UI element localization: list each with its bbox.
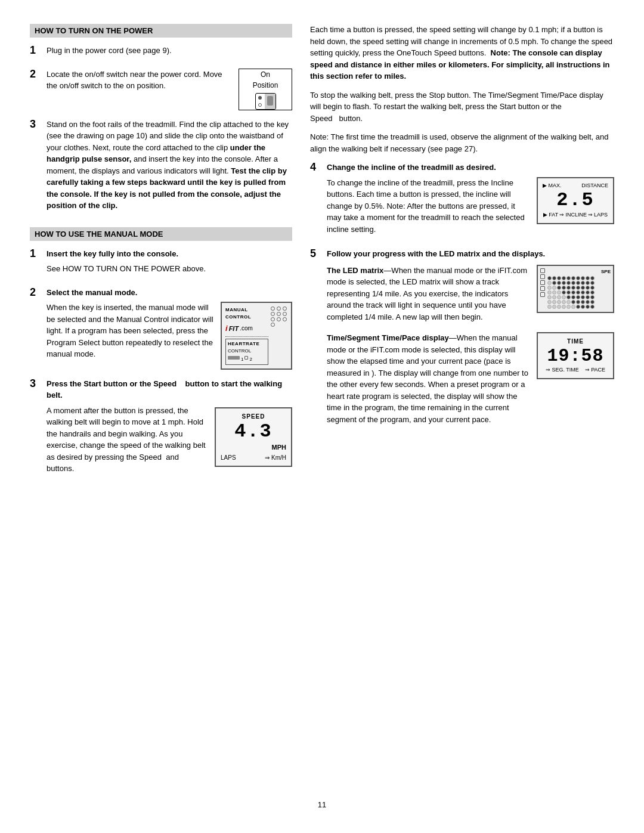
led-side-buttons	[540, 268, 545, 309]
section-manual-heading: HOW TO USE THE MANUAL MODE	[30, 227, 292, 241]
step-content-1: Plug in the power cord (see page 9).	[47, 45, 292, 60]
manual-step-3: 3 Press the Start button or the Speed bu…	[30, 378, 292, 478]
manual-step-content-3: Press the Start button or the Speed butt…	[47, 378, 292, 478]
speed-display: SPEED 4.3 MPH LAPS ⇒ Km/H	[215, 407, 292, 467]
right-column: Each time a button is pressed, the speed…	[310, 24, 614, 788]
led-btn-5	[540, 292, 545, 297]
step-power-3: 3 Stand on the foot rails of the treadmi…	[30, 119, 292, 215]
step-num-1: 1	[30, 45, 42, 57]
right-para-2: To stop the walking belt, press the Stop…	[310, 89, 614, 125]
step-content-3: Stand on the foot rails of the treadmill…	[47, 119, 292, 215]
left-column: HOW TO TURN ON THE POWER 1 Plug in the p…	[30, 24, 292, 788]
time-section: Time/Segment Time/Pace display—When the …	[327, 332, 614, 429]
step-5-num: 5	[310, 248, 322, 260]
step-4: 4 Change the incline of the treadmill as…	[310, 162, 614, 239]
manual-step-content-2: Select the manual mode. When the key is …	[47, 287, 292, 370]
time-bottom: ⇒ SEG. TIME ⇒ PACE	[543, 366, 608, 374]
step-power-1: 1 Plug in the power cord (see page 9).	[30, 45, 292, 60]
led-btn-2	[540, 274, 545, 279]
led-grid-container: SPE	[547, 268, 611, 309]
time-text: Time/Segment Time/Pace display—When the …	[327, 332, 530, 429]
incline-display: ▶ MAX. DISTANCE 2.5 ▶ FAT ⇒ INCLINE ⇒ LA…	[537, 177, 614, 224]
led-section: The LED matrix—When the manual mode or t…	[327, 265, 614, 327]
manual-step-content-1: Insert the key fully into the console. S…	[47, 248, 292, 278]
console-figure: MANUAL CONTROL iFIT.com HEARTRATE CONTRO…	[221, 302, 292, 370]
section-manual: HOW TO USE THE MANUAL MODE 1 Insert the …	[30, 227, 292, 478]
manual-step-num-1: 1	[30, 248, 42, 260]
incline-bottom: ▶ FAT ⇒ INCLINE ⇒ LAPS	[543, 211, 608, 219]
right-para-1: Each time a button is pressed, the speed…	[310, 24, 614, 82]
on-position-figure: On Position	[239, 69, 292, 110]
heartrate-box: HEARTRATE CONTROL 1 2	[225, 339, 268, 365]
right-para-3: Note: The first time the treadmill is us…	[310, 131, 614, 154]
manual-step-num-2: 2	[30, 287, 42, 299]
speed-bottom: LAPS ⇒ Km/H	[221, 453, 286, 462]
manual-step-num-3: 3	[30, 378, 42, 390]
page-number: 11	[30, 800, 614, 809]
manual-step-2: 2 Select the manual mode. When the key i…	[30, 287, 292, 370]
section-power: HOW TO TURN ON THE POWER 1 Plug in the p…	[30, 24, 292, 215]
led-matrix-display: SPE	[537, 265, 614, 313]
step-5-content: Follow your progress with the LED matrix…	[327, 248, 614, 429]
step-num-3: 3	[30, 119, 42, 131]
page: HOW TO TURN ON THE POWER 1 Plug in the p…	[0, 0, 644, 833]
manual-step-1: 1 Insert the key fully into the console.…	[30, 248, 292, 278]
switch-shape	[255, 93, 276, 110]
time-display: TIME 19:58 ⇒ SEG. TIME ⇒ PACE	[537, 332, 614, 379]
step-4-num: 4	[310, 162, 322, 174]
led-btn-3	[540, 280, 545, 285]
step-power-2: 2 Locate the on/off switch near the powe…	[30, 69, 292, 110]
incline-top: ▶ MAX. DISTANCE	[543, 182, 608, 190]
step-5: 5 Follow your progress with the LED matr…	[310, 248, 614, 429]
led-btn-1	[540, 268, 545, 273]
step-4-content: Change the incline of the treadmill as d…	[327, 162, 614, 239]
step-content-2: Locate the on/off switch near the power …	[47, 69, 292, 110]
led-btn-4	[540, 286, 545, 291]
section-power-heading: HOW TO TURN ON THE POWER	[30, 24, 292, 38]
step-num-2: 2	[30, 69, 42, 80]
console-dots	[271, 306, 287, 327]
